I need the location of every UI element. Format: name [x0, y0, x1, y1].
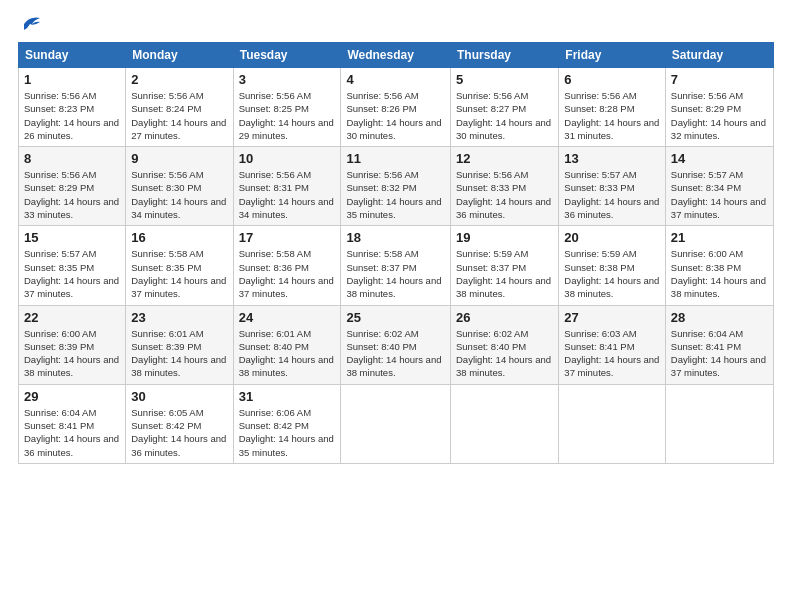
calendar-cell [665, 384, 773, 463]
day-info: Sunrise: 5:58 AMSunset: 8:35 PMDaylight:… [131, 247, 227, 300]
day-info: Sunrise: 6:02 AMSunset: 8:40 PMDaylight:… [456, 327, 553, 380]
day-info: Sunrise: 5:56 AMSunset: 8:30 PMDaylight:… [131, 168, 227, 221]
day-info: Sunrise: 6:02 AMSunset: 8:40 PMDaylight:… [346, 327, 445, 380]
calendar-cell: 6Sunrise: 5:56 AMSunset: 8:28 PMDaylight… [559, 68, 666, 147]
day-info: Sunrise: 6:04 AMSunset: 8:41 PMDaylight:… [24, 406, 120, 459]
day-info: Sunrise: 5:56 AMSunset: 8:24 PMDaylight:… [131, 89, 227, 142]
day-number: 22 [24, 310, 120, 325]
day-number: 29 [24, 389, 120, 404]
day-number: 20 [564, 230, 660, 245]
calendar-week-row: 29Sunrise: 6:04 AMSunset: 8:41 PMDayligh… [19, 384, 774, 463]
page: SundayMondayTuesdayWednesdayThursdayFrid… [0, 0, 792, 612]
header [18, 18, 774, 32]
day-info: Sunrise: 5:59 AMSunset: 8:38 PMDaylight:… [564, 247, 660, 300]
calendar-cell: 14Sunrise: 5:57 AMSunset: 8:34 PMDayligh… [665, 147, 773, 226]
day-number: 8 [24, 151, 120, 166]
weekday-header-tuesday: Tuesday [233, 43, 341, 68]
day-number: 13 [564, 151, 660, 166]
day-number: 11 [346, 151, 445, 166]
day-number: 14 [671, 151, 768, 166]
calendar-cell: 20Sunrise: 5:59 AMSunset: 8:38 PMDayligh… [559, 226, 666, 305]
calendar-cell: 18Sunrise: 5:58 AMSunset: 8:37 PMDayligh… [341, 226, 451, 305]
day-number: 24 [239, 310, 336, 325]
calendar-week-row: 8Sunrise: 5:56 AMSunset: 8:29 PMDaylight… [19, 147, 774, 226]
day-number: 5 [456, 72, 553, 87]
calendar-cell [451, 384, 559, 463]
calendar-cell: 28Sunrise: 6:04 AMSunset: 8:41 PMDayligh… [665, 305, 773, 384]
calendar-cell: 29Sunrise: 6:04 AMSunset: 8:41 PMDayligh… [19, 384, 126, 463]
calendar-cell: 23Sunrise: 6:01 AMSunset: 8:39 PMDayligh… [126, 305, 233, 384]
day-info: Sunrise: 5:56 AMSunset: 8:23 PMDaylight:… [24, 89, 120, 142]
day-info: Sunrise: 5:58 AMSunset: 8:37 PMDaylight:… [346, 247, 445, 300]
weekday-header-friday: Friday [559, 43, 666, 68]
calendar-cell: 1Sunrise: 5:56 AMSunset: 8:23 PMDaylight… [19, 68, 126, 147]
weekday-header-saturday: Saturday [665, 43, 773, 68]
day-number: 27 [564, 310, 660, 325]
calendar-cell: 24Sunrise: 6:01 AMSunset: 8:40 PMDayligh… [233, 305, 341, 384]
day-info: Sunrise: 5:56 AMSunset: 8:31 PMDaylight:… [239, 168, 336, 221]
calendar-cell: 22Sunrise: 6:00 AMSunset: 8:39 PMDayligh… [19, 305, 126, 384]
day-info: Sunrise: 5:56 AMSunset: 8:33 PMDaylight:… [456, 168, 553, 221]
calendar-cell: 15Sunrise: 5:57 AMSunset: 8:35 PMDayligh… [19, 226, 126, 305]
day-number: 2 [131, 72, 227, 87]
calendar-cell: 16Sunrise: 5:58 AMSunset: 8:35 PMDayligh… [126, 226, 233, 305]
day-info: Sunrise: 5:59 AMSunset: 8:37 PMDaylight:… [456, 247, 553, 300]
calendar-cell [559, 384, 666, 463]
day-number: 28 [671, 310, 768, 325]
day-info: Sunrise: 6:06 AMSunset: 8:42 PMDaylight:… [239, 406, 336, 459]
calendar-cell: 9Sunrise: 5:56 AMSunset: 8:30 PMDaylight… [126, 147, 233, 226]
day-info: Sunrise: 5:56 AMSunset: 8:32 PMDaylight:… [346, 168, 445, 221]
day-number: 4 [346, 72, 445, 87]
calendar-cell: 19Sunrise: 5:59 AMSunset: 8:37 PMDayligh… [451, 226, 559, 305]
day-number: 16 [131, 230, 227, 245]
day-info: Sunrise: 5:57 AMSunset: 8:35 PMDaylight:… [24, 247, 120, 300]
day-number: 12 [456, 151, 553, 166]
calendar-cell: 3Sunrise: 5:56 AMSunset: 8:25 PMDaylight… [233, 68, 341, 147]
weekday-header-monday: Monday [126, 43, 233, 68]
day-number: 31 [239, 389, 336, 404]
logo-bird-icon [20, 14, 42, 32]
calendar-cell: 8Sunrise: 5:56 AMSunset: 8:29 PMDaylight… [19, 147, 126, 226]
day-info: Sunrise: 6:03 AMSunset: 8:41 PMDaylight:… [564, 327, 660, 380]
calendar-cell: 7Sunrise: 5:56 AMSunset: 8:29 PMDaylight… [665, 68, 773, 147]
day-number: 30 [131, 389, 227, 404]
day-info: Sunrise: 6:00 AMSunset: 8:39 PMDaylight:… [24, 327, 120, 380]
calendar-cell: 31Sunrise: 6:06 AMSunset: 8:42 PMDayligh… [233, 384, 341, 463]
day-number: 10 [239, 151, 336, 166]
calendar-cell: 12Sunrise: 5:56 AMSunset: 8:33 PMDayligh… [451, 147, 559, 226]
day-number: 21 [671, 230, 768, 245]
day-number: 25 [346, 310, 445, 325]
day-info: Sunrise: 5:56 AMSunset: 8:28 PMDaylight:… [564, 89, 660, 142]
day-number: 3 [239, 72, 336, 87]
day-info: Sunrise: 5:56 AMSunset: 8:26 PMDaylight:… [346, 89, 445, 142]
day-info: Sunrise: 6:01 AMSunset: 8:39 PMDaylight:… [131, 327, 227, 380]
logo [18, 18, 42, 32]
calendar-week-row: 15Sunrise: 5:57 AMSunset: 8:35 PMDayligh… [19, 226, 774, 305]
calendar-cell: 17Sunrise: 5:58 AMSunset: 8:36 PMDayligh… [233, 226, 341, 305]
day-info: Sunrise: 5:56 AMSunset: 8:25 PMDaylight:… [239, 89, 336, 142]
weekday-header-wednesday: Wednesday [341, 43, 451, 68]
day-number: 26 [456, 310, 553, 325]
calendar-cell: 13Sunrise: 5:57 AMSunset: 8:33 PMDayligh… [559, 147, 666, 226]
day-info: Sunrise: 5:56 AMSunset: 8:29 PMDaylight:… [671, 89, 768, 142]
weekday-header-sunday: Sunday [19, 43, 126, 68]
calendar-cell: 27Sunrise: 6:03 AMSunset: 8:41 PMDayligh… [559, 305, 666, 384]
day-info: Sunrise: 6:04 AMSunset: 8:41 PMDaylight:… [671, 327, 768, 380]
day-number: 1 [24, 72, 120, 87]
day-number: 23 [131, 310, 227, 325]
calendar-cell: 21Sunrise: 6:00 AMSunset: 8:38 PMDayligh… [665, 226, 773, 305]
day-number: 15 [24, 230, 120, 245]
calendar-cell: 11Sunrise: 5:56 AMSunset: 8:32 PMDayligh… [341, 147, 451, 226]
calendar-table: SundayMondayTuesdayWednesdayThursdayFrid… [18, 42, 774, 464]
calendar-cell: 30Sunrise: 6:05 AMSunset: 8:42 PMDayligh… [126, 384, 233, 463]
calendar-week-row: 22Sunrise: 6:00 AMSunset: 8:39 PMDayligh… [19, 305, 774, 384]
calendar-cell: 26Sunrise: 6:02 AMSunset: 8:40 PMDayligh… [451, 305, 559, 384]
weekday-header-row: SundayMondayTuesdayWednesdayThursdayFrid… [19, 43, 774, 68]
weekday-header-thursday: Thursday [451, 43, 559, 68]
day-info: Sunrise: 5:56 AMSunset: 8:27 PMDaylight:… [456, 89, 553, 142]
calendar-cell: 10Sunrise: 5:56 AMSunset: 8:31 PMDayligh… [233, 147, 341, 226]
calendar-cell: 5Sunrise: 5:56 AMSunset: 8:27 PMDaylight… [451, 68, 559, 147]
day-info: Sunrise: 5:58 AMSunset: 8:36 PMDaylight:… [239, 247, 336, 300]
calendar-cell: 4Sunrise: 5:56 AMSunset: 8:26 PMDaylight… [341, 68, 451, 147]
day-number: 17 [239, 230, 336, 245]
